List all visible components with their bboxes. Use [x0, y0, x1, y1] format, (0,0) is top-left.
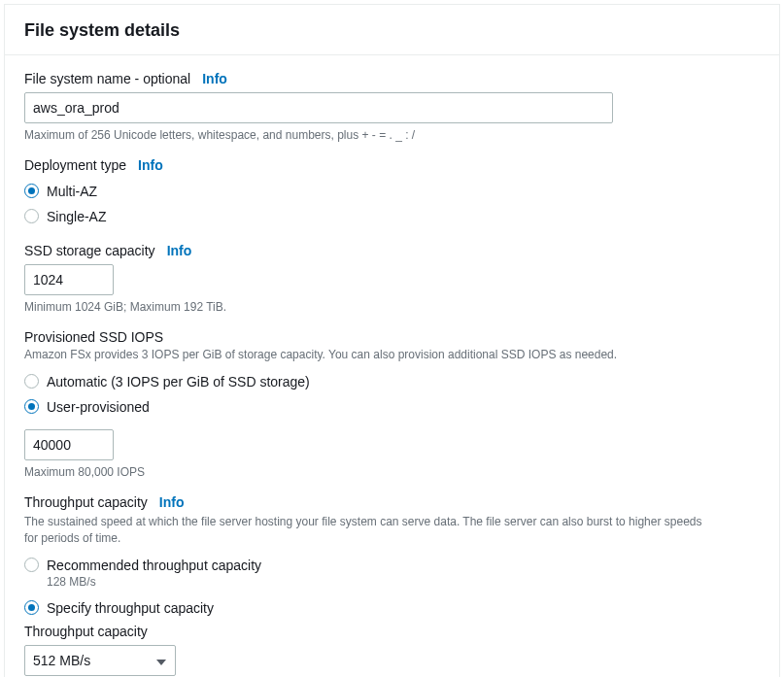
deployment-multi-az-radio[interactable]: Multi-AZ	[24, 179, 760, 204]
file-system-name-hint: Maximum of 256 Unicode letters, whitespa…	[24, 127, 760, 144]
panel-content: File system name - optional Info Maximum…	[5, 55, 779, 677]
deployment-type-label: Deployment type	[24, 157, 126, 173]
iops-automatic-radio[interactable]: Automatic (3 IOPS per GiB of SSD storage…	[24, 369, 760, 394]
file-system-details-panel: File system details File system name - o…	[4, 4, 780, 677]
deployment-type-group: Deployment type Info Multi-AZ Single-AZ	[24, 157, 760, 229]
radio-label: User-provisioned	[47, 399, 150, 415]
deployment-single-az-radio[interactable]: Single-AZ	[24, 204, 760, 229]
radio-unselected-icon	[24, 558, 39, 572]
radio-selected-icon	[24, 184, 39, 198]
throughput-description: The sustained speed at which the file se…	[24, 514, 704, 548]
ssd-storage-group: SSD storage capacity Info Minimum 1024 G…	[24, 243, 760, 316]
radio-label: Multi-AZ	[47, 184, 97, 199]
iops-group: Provisioned SSD IOPS Amazon FSx provides…	[24, 329, 760, 481]
radio-selected-icon	[24, 600, 39, 615]
iops-description: Amazon FSx provides 3 IOPS per GiB of st…	[24, 347, 704, 363]
deployment-radio-group: Multi-AZ Single-AZ	[24, 179, 760, 229]
radio-unselected-icon	[24, 209, 39, 223]
iops-input[interactable]	[24, 429, 114, 460]
file-system-name-info-link[interactable]: Info	[202, 71, 227, 86]
deployment-type-info-link[interactable]: Info	[138, 157, 163, 173]
throughput-heading: Throughput capacity	[24, 494, 148, 510]
panel-header: File system details	[5, 5, 779, 55]
ssd-storage-hint: Minimum 1024 GiB; Maximum 192 TiB.	[24, 299, 760, 316]
radio-selected-icon	[24, 399, 39, 414]
throughput-info-link[interactable]: Info	[159, 494, 185, 510]
ssd-storage-label: SSD storage capacity	[24, 243, 155, 258]
iops-hint: Maximum 80,000 IOPS	[24, 464, 760, 481]
ssd-storage-info-link[interactable]: Info	[167, 243, 192, 258]
file-system-name-input[interactable]	[24, 92, 613, 123]
iops-radio-group: Automatic (3 IOPS per GiB of SSD storage…	[24, 369, 760, 420]
file-system-name-group: File system name - optional Info Maximum…	[24, 71, 760, 144]
iops-user-provisioned-radio[interactable]: User-provisioned	[24, 394, 760, 420]
throughput-recommended-radio[interactable]: Recommended throughput capacity	[24, 554, 760, 577]
radio-label: Automatic (3 IOPS per GiB of SSD storage…	[47, 374, 310, 389]
throughput-select-label: Throughput capacity	[24, 624, 760, 639]
radio-label: Recommended throughput capacity	[47, 558, 261, 573]
ssd-storage-input[interactable]	[24, 264, 114, 295]
radio-label: Single-AZ	[47, 209, 106, 224]
iops-heading: Provisioned SSD IOPS	[24, 329, 760, 345]
throughput-specify-radio[interactable]: Specify throughput capacity	[24, 596, 760, 620]
throughput-select-value: 512 MB/s	[33, 653, 90, 668]
throughput-recommended-value: 128 MB/s	[47, 575, 760, 589]
panel-title: File system details	[24, 20, 760, 41]
throughput-select[interactable]: 512 MB/s	[24, 645, 176, 676]
radio-label: Specify throughput capacity	[47, 600, 214, 616]
file-system-name-label: File system name - optional	[24, 71, 190, 86]
throughput-radio-group: Recommended throughput capacity 128 MB/s…	[24, 554, 760, 620]
throughput-group: Throughput capacity Info The sustained s…	[24, 494, 760, 676]
radio-unselected-icon	[24, 374, 39, 389]
